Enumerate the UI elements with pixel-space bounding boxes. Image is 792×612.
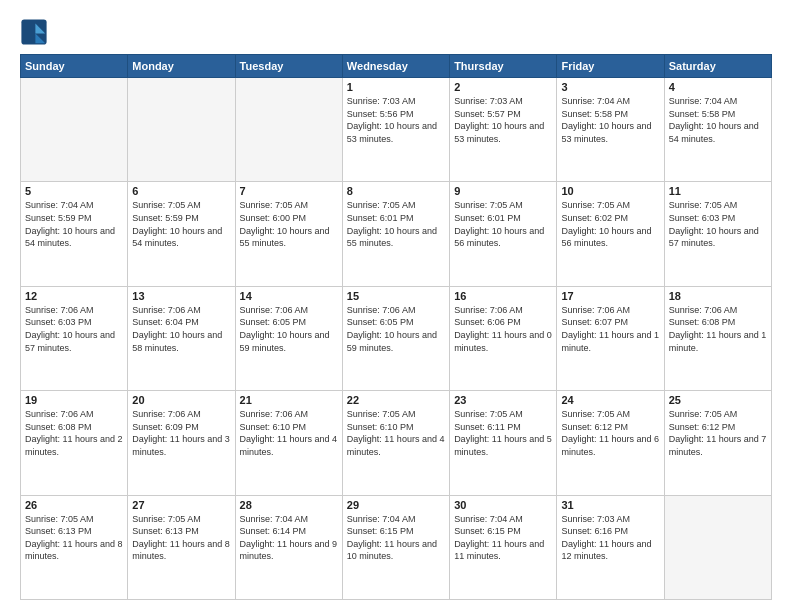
calendar-cell-4-4: 22Sunrise: 7:05 AMSunset: 6:10 PMDayligh… xyxy=(342,391,449,495)
sunset-text: Sunset: 6:03 PM xyxy=(669,212,767,225)
day-number: 20 xyxy=(132,394,230,406)
calendar-cell-3-2: 13Sunrise: 7:06 AMSunset: 6:04 PMDayligh… xyxy=(128,286,235,390)
daylight-text: Daylight: 11 hours and 6 minutes. xyxy=(561,433,659,458)
daylight-text: Daylight: 11 hours and 3 minutes. xyxy=(132,433,230,458)
calendar-cell-4-6: 24Sunrise: 7:05 AMSunset: 6:12 PMDayligh… xyxy=(557,391,664,495)
day-info: Sunrise: 7:06 AMSunset: 6:07 PMDaylight:… xyxy=(561,304,659,354)
logo-icon xyxy=(20,18,48,46)
calendar-cell-2-6: 10Sunrise: 7:05 AMSunset: 6:02 PMDayligh… xyxy=(557,182,664,286)
daylight-text: Daylight: 11 hours and 10 minutes. xyxy=(347,538,445,563)
day-number: 1 xyxy=(347,81,445,93)
calendar-cell-3-1: 12Sunrise: 7:06 AMSunset: 6:03 PMDayligh… xyxy=(21,286,128,390)
calendar-cell-1-5: 2Sunrise: 7:03 AMSunset: 5:57 PMDaylight… xyxy=(450,78,557,182)
day-info: Sunrise: 7:05 AMSunset: 6:13 PMDaylight:… xyxy=(132,513,230,563)
day-info: Sunrise: 7:03 AMSunset: 5:56 PMDaylight:… xyxy=(347,95,445,145)
day-info: Sunrise: 7:04 AMSunset: 6:15 PMDaylight:… xyxy=(347,513,445,563)
day-number: 12 xyxy=(25,290,123,302)
daylight-text: Daylight: 10 hours and 53 minutes. xyxy=(454,120,552,145)
sunset-text: Sunset: 5:57 PM xyxy=(454,108,552,121)
day-number: 9 xyxy=(454,185,552,197)
day-info: Sunrise: 7:06 AMSunset: 6:08 PMDaylight:… xyxy=(25,408,123,458)
day-number: 26 xyxy=(25,499,123,511)
weekday-header-sunday: Sunday xyxy=(21,55,128,78)
sunrise-text: Sunrise: 7:05 AM xyxy=(347,408,445,421)
day-info: Sunrise: 7:05 AMSunset: 6:10 PMDaylight:… xyxy=(347,408,445,458)
day-number: 13 xyxy=(132,290,230,302)
sunset-text: Sunset: 6:09 PM xyxy=(132,421,230,434)
sunset-text: Sunset: 6:00 PM xyxy=(240,212,338,225)
sunset-text: Sunset: 6:08 PM xyxy=(25,421,123,434)
calendar-cell-3-6: 17Sunrise: 7:06 AMSunset: 6:07 PMDayligh… xyxy=(557,286,664,390)
sunset-text: Sunset: 6:05 PM xyxy=(347,316,445,329)
day-info: Sunrise: 7:05 AMSunset: 6:11 PMDaylight:… xyxy=(454,408,552,458)
daylight-text: Daylight: 11 hours and 9 minutes. xyxy=(240,538,338,563)
day-number: 4 xyxy=(669,81,767,93)
sunrise-text: Sunrise: 7:05 AM xyxy=(561,408,659,421)
weekday-header-row: SundayMondayTuesdayWednesdayThursdayFrid… xyxy=(21,55,772,78)
daylight-text: Daylight: 11 hours and 12 minutes. xyxy=(561,538,659,563)
calendar-cell-4-3: 21Sunrise: 7:06 AMSunset: 6:10 PMDayligh… xyxy=(235,391,342,495)
day-info: Sunrise: 7:05 AMSunset: 6:03 PMDaylight:… xyxy=(669,199,767,249)
day-number: 22 xyxy=(347,394,445,406)
day-info: Sunrise: 7:04 AMSunset: 5:58 PMDaylight:… xyxy=(561,95,659,145)
day-number: 8 xyxy=(347,185,445,197)
sunset-text: Sunset: 5:59 PM xyxy=(25,212,123,225)
calendar-cell-4-2: 20Sunrise: 7:06 AMSunset: 6:09 PMDayligh… xyxy=(128,391,235,495)
calendar-cell-3-7: 18Sunrise: 7:06 AMSunset: 6:08 PMDayligh… xyxy=(664,286,771,390)
sunrise-text: Sunrise: 7:04 AM xyxy=(561,95,659,108)
daylight-text: Daylight: 10 hours and 55 minutes. xyxy=(240,225,338,250)
calendar-cell-3-5: 16Sunrise: 7:06 AMSunset: 6:06 PMDayligh… xyxy=(450,286,557,390)
calendar-cell-5-7 xyxy=(664,495,771,599)
sunset-text: Sunset: 6:14 PM xyxy=(240,525,338,538)
daylight-text: Daylight: 11 hours and 0 minutes. xyxy=(454,329,552,354)
daylight-text: Daylight: 11 hours and 5 minutes. xyxy=(454,433,552,458)
sunrise-text: Sunrise: 7:05 AM xyxy=(240,199,338,212)
day-info: Sunrise: 7:06 AMSunset: 6:06 PMDaylight:… xyxy=(454,304,552,354)
daylight-text: Daylight: 11 hours and 7 minutes. xyxy=(669,433,767,458)
day-number: 18 xyxy=(669,290,767,302)
sunrise-text: Sunrise: 7:06 AM xyxy=(132,408,230,421)
sunrise-text: Sunrise: 7:05 AM xyxy=(669,199,767,212)
calendar-cell-5-1: 26Sunrise: 7:05 AMSunset: 6:13 PMDayligh… xyxy=(21,495,128,599)
sunset-text: Sunset: 6:01 PM xyxy=(454,212,552,225)
day-info: Sunrise: 7:04 AMSunset: 5:59 PMDaylight:… xyxy=(25,199,123,249)
day-info: Sunrise: 7:05 AMSunset: 6:02 PMDaylight:… xyxy=(561,199,659,249)
day-info: Sunrise: 7:04 AMSunset: 6:14 PMDaylight:… xyxy=(240,513,338,563)
day-number: 10 xyxy=(561,185,659,197)
day-number: 6 xyxy=(132,185,230,197)
daylight-text: Daylight: 10 hours and 54 minutes. xyxy=(25,225,123,250)
sunrise-text: Sunrise: 7:04 AM xyxy=(240,513,338,526)
calendar-cell-2-2: 6Sunrise: 7:05 AMSunset: 5:59 PMDaylight… xyxy=(128,182,235,286)
sunset-text: Sunset: 6:10 PM xyxy=(347,421,445,434)
sunset-text: Sunset: 6:08 PM xyxy=(669,316,767,329)
daylight-text: Daylight: 11 hours and 11 minutes. xyxy=(454,538,552,563)
sunrise-text: Sunrise: 7:06 AM xyxy=(347,304,445,317)
sunrise-text: Sunrise: 7:06 AM xyxy=(25,304,123,317)
day-info: Sunrise: 7:05 AMSunset: 6:00 PMDaylight:… xyxy=(240,199,338,249)
sunrise-text: Sunrise: 7:05 AM xyxy=(25,513,123,526)
sunset-text: Sunset: 6:15 PM xyxy=(454,525,552,538)
week-row-2: 5Sunrise: 7:04 AMSunset: 5:59 PMDaylight… xyxy=(21,182,772,286)
weekday-header-monday: Monday xyxy=(128,55,235,78)
calendar-cell-2-5: 9Sunrise: 7:05 AMSunset: 6:01 PMDaylight… xyxy=(450,182,557,286)
weekday-header-thursday: Thursday xyxy=(450,55,557,78)
sunset-text: Sunset: 5:59 PM xyxy=(132,212,230,225)
sunrise-text: Sunrise: 7:04 AM xyxy=(454,513,552,526)
calendar-cell-1-3 xyxy=(235,78,342,182)
calendar-cell-4-7: 25Sunrise: 7:05 AMSunset: 6:12 PMDayligh… xyxy=(664,391,771,495)
day-number: 27 xyxy=(132,499,230,511)
sunrise-text: Sunrise: 7:05 AM xyxy=(669,408,767,421)
week-row-5: 26Sunrise: 7:05 AMSunset: 6:13 PMDayligh… xyxy=(21,495,772,599)
day-info: Sunrise: 7:06 AMSunset: 6:05 PMDaylight:… xyxy=(347,304,445,354)
sunrise-text: Sunrise: 7:03 AM xyxy=(454,95,552,108)
sunrise-text: Sunrise: 7:05 AM xyxy=(132,513,230,526)
day-info: Sunrise: 7:03 AMSunset: 6:16 PMDaylight:… xyxy=(561,513,659,563)
sunrise-text: Sunrise: 7:06 AM xyxy=(669,304,767,317)
day-info: Sunrise: 7:05 AMSunset: 6:12 PMDaylight:… xyxy=(669,408,767,458)
sunrise-text: Sunrise: 7:05 AM xyxy=(454,199,552,212)
day-info: Sunrise: 7:06 AMSunset: 6:09 PMDaylight:… xyxy=(132,408,230,458)
sunset-text: Sunset: 5:58 PM xyxy=(669,108,767,121)
day-number: 14 xyxy=(240,290,338,302)
day-number: 29 xyxy=(347,499,445,511)
weekday-header-wednesday: Wednesday xyxy=(342,55,449,78)
